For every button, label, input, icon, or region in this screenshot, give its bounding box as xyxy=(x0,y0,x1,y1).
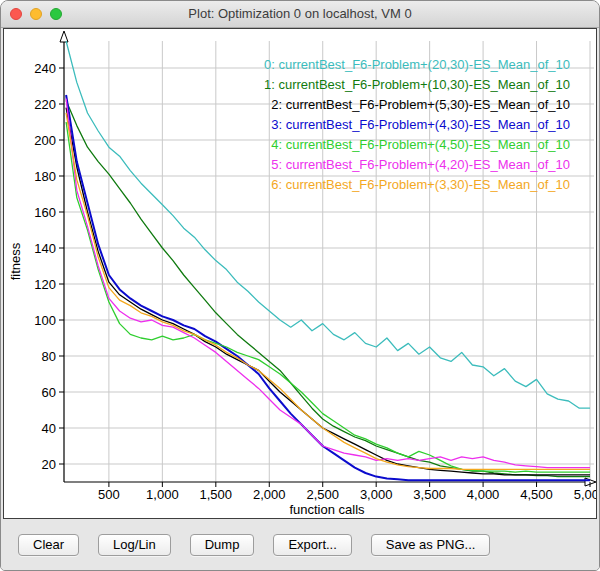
chart-legend: 0: currentBest_F6-Problem+(20,30)-ES_Mea… xyxy=(264,55,570,195)
legend-item: 3: currentBest_F6-Problem+(4,30)-ES_Mean… xyxy=(264,115,570,135)
y-tick-label: 40 xyxy=(42,421,56,436)
clear-button[interactable]: Clear xyxy=(18,534,79,556)
y-tick-label: 220 xyxy=(34,97,56,112)
x-tick-label: 3,500 xyxy=(413,487,446,502)
x-tick-label: 4,000 xyxy=(467,487,500,502)
window-title: Plot: Optimization 0 on localhost, VM 0 xyxy=(1,1,599,27)
y-tick-label: 20 xyxy=(42,457,56,472)
y-tick-label: 160 xyxy=(34,205,56,220)
x-axis-label: function calls xyxy=(289,502,365,517)
legend-item: 2: currentBest_F6-Problem+(5,30)-ES_Mean… xyxy=(264,95,570,115)
y-tick-label: 60 xyxy=(42,385,56,400)
x-tick-label: 2,000 xyxy=(253,487,286,502)
y-tick-label: 140 xyxy=(34,241,56,256)
y-tick-label: 100 xyxy=(34,313,56,328)
window-titlebar[interactable]: Plot: Optimization 0 on localhost, VM 0 xyxy=(1,1,599,28)
x-tick-label: 1,000 xyxy=(146,487,179,502)
y-tick-label: 80 xyxy=(42,349,56,364)
x-tick-label: 4,500 xyxy=(520,487,553,502)
y-tick-label: 200 xyxy=(34,133,56,148)
legend-item: 6: currentBest_F6-Problem+(3,30)-ES_Mean… xyxy=(264,175,570,195)
save-as-png-button[interactable]: Save as PNG... xyxy=(371,534,491,556)
x-tick-label: 3,000 xyxy=(360,487,393,502)
legend-item: 5: currentBest_F6-Problem+(4,20)-ES_Mean… xyxy=(264,155,570,175)
legend-item: 1: currentBest_F6-Problem+(10,30)-ES_Mea… xyxy=(264,75,570,95)
dump-button[interactable]: Dump xyxy=(190,534,255,556)
x-tick-label: 2,500 xyxy=(306,487,339,502)
loglin-button[interactable]: Log/Lin xyxy=(98,534,171,556)
y-tick-label: 240 xyxy=(34,61,56,76)
plot-canvas[interactable]: 5001,0001,5002,0002,5003,0003,5004,0004,… xyxy=(3,28,597,519)
x-tick-label: 500 xyxy=(98,487,120,502)
export-button[interactable]: Export... xyxy=(273,534,351,556)
y-tick-label: 180 xyxy=(34,169,56,184)
x-tick-label: 1,500 xyxy=(200,487,233,502)
legend-item: 0: currentBest_F6-Problem+(20,30)-ES_Mea… xyxy=(264,55,570,75)
plot-window: Plot: Optimization 0 on localhost, VM 0 … xyxy=(0,0,600,571)
y-tick-label: 120 xyxy=(34,277,56,292)
x-tick-label: 5,000 xyxy=(574,487,596,502)
y-axis-label: fitness xyxy=(8,242,23,280)
legend-item: 4: currentBest_F6-Problem+(4,50)-ES_Mean… xyxy=(264,135,570,155)
y-axis-arrow-icon xyxy=(60,31,68,42)
button-bar: Clear Log/Lin Dump Export... Save as PNG… xyxy=(1,519,599,570)
